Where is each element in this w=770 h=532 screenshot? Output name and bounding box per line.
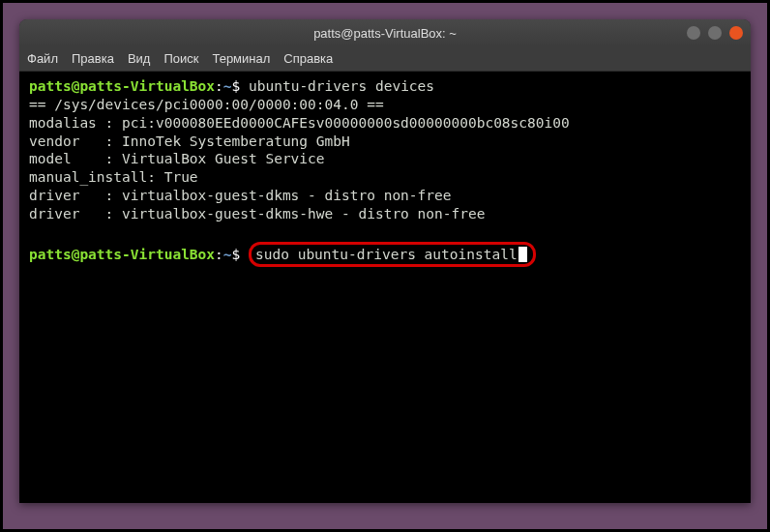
output-line: driver : virtualbox-guest-dkms - distro … [29,187,741,205]
command-text: ubuntu-drivers devices [249,78,434,94]
terminal-area[interactable]: patts@patts-VirtualBox:~$ ubuntu-drivers… [19,72,751,503]
output-line: vendor : InnoTek Systemberatung GmbH [29,133,741,151]
prompt-path: ~ [223,78,232,94]
maximize-button[interactable] [708,26,722,40]
menu-file[interactable]: Файл [27,51,58,66]
menu-view[interactable]: Вид [128,51,151,66]
menubar: Файл Правка Вид Поиск Терминал Справка [19,46,751,72]
prompt-user: patts@patts-VirtualBox [29,247,215,262]
prompt-symbol: $ [232,78,241,94]
prompt-sep: : [215,247,223,262]
output-line: model : VirtualBox Guest Service [29,150,741,168]
terminal-window: patts@patts-VirtualBox: ~ Файл Правка Ви… [19,19,751,503]
prompt-user: patts@patts-VirtualBox [29,78,215,94]
command-text: sudo ubuntu-drivers autoinstall [255,247,518,262]
output-line: modalias : pci:v000080EEd0000CAFEsv00000… [29,114,741,133]
close-button[interactable] [729,26,743,40]
window-controls [687,26,743,40]
menu-help[interactable]: Справка [283,51,333,66]
menu-edit[interactable]: Правка [72,51,114,66]
output-line: == /sys/devices/pci0000:00/0000:00:04.0 … [29,96,741,114]
window-title: patts@patts-VirtualBox: ~ [313,26,457,41]
output-line: driver : virtualbox-guest-dkms-hwe - dis… [29,205,741,223]
titlebar: patts@patts-VirtualBox: ~ [19,19,751,46]
prompt-path: ~ [223,247,232,262]
prompt-symbol: $ [232,247,241,262]
cursor [518,247,527,262]
minimize-button[interactable] [687,26,700,40]
menu-search[interactable]: Поиск [163,51,198,66]
prompt-sep: : [215,78,223,94]
output-line: manual_install: True [29,168,741,187]
highlighted-command: sudo ubuntu-drivers autoinstall [249,242,536,268]
menu-terminal[interactable]: Терминал [212,51,270,66]
